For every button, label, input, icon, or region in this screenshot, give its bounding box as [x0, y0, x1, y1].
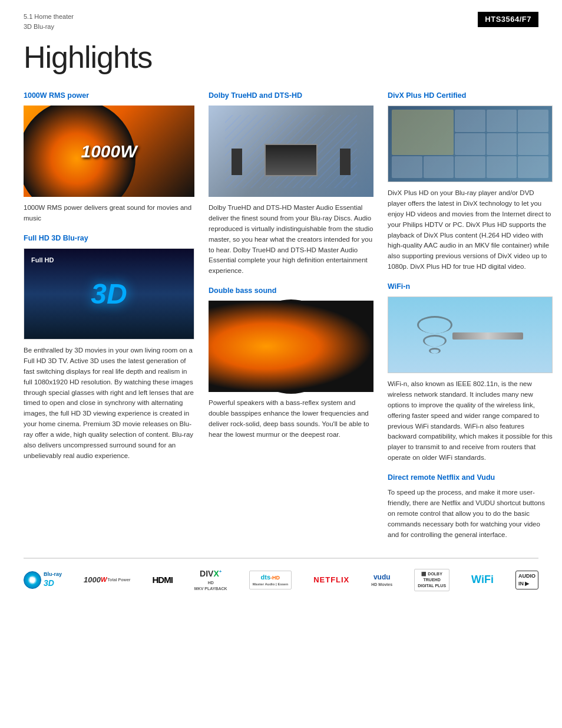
feature-netflix-vudu-title: Direct remote Netflix and Vudu: [388, 473, 553, 483]
feature-bass-title: Double bass sound: [209, 286, 373, 297]
logo-audio-text: AUDIOIN ▶: [515, 571, 538, 589]
wifi-device: [452, 332, 523, 340]
speaker-image: 1000W: [24, 106, 194, 197]
logo-dolby: ⬛ DOLBYTRUEHDDIGITAL PLUS: [414, 569, 449, 591]
logo-dts-main: dts-HD: [253, 573, 288, 582]
logo-divx-inner: DIVX+ HDMKV PLAYBACK: [194, 568, 227, 591]
logo-vudu-text: vudu: [371, 572, 392, 582]
logo-vudu-inner: vudu HD Movies: [371, 572, 392, 588]
top-bar: 5.1 Home theater 3D Blu-ray HTS3564/F7: [24, 12, 538, 31]
wifi-arc-3: [429, 348, 441, 354]
divx-grid: [388, 106, 552, 182]
column-1: 1000W RMS power 1000W 1000W RMS power de…: [24, 91, 194, 467]
logo-total-power: Total Power: [107, 577, 130, 583]
feature-1000w-desc: 1000W RMS power delivers great sound for…: [24, 203, 194, 224]
thumb-large: [392, 110, 454, 155]
content-columns: 1000W RMS power 1000W 1000W RMS power de…: [24, 91, 538, 546]
bluray-label: Blu-ray3D: [44, 571, 62, 589]
feature-dolby-title: Dolby TrueHD and DTS-HD: [209, 91, 373, 101]
logo-dolby-text: ⬛ DOLBYTRUEHDDIGITAL PLUS: [418, 571, 446, 588]
surround-scene: [225, 115, 357, 188]
wifi-image: [388, 297, 553, 373]
logo-audio-in: AUDIOIN ▶: [515, 571, 538, 589]
thumb-2: [487, 110, 517, 131]
logo-dts-inner: dts-HD Master Audio | Essen: [249, 571, 292, 589]
thumb-3: [518, 110, 548, 131]
feature-3d-desc: Be enthralled by 3D movies in your own l…: [24, 345, 194, 461]
feature-1000w-title: 1000W RMS power: [24, 91, 194, 101]
logo-netflix-text: NETFLIX: [313, 575, 349, 585]
speaker-right-icon: [340, 149, 351, 175]
thumb-7: [392, 156, 422, 178]
bass-image: [209, 301, 373, 392]
logo-dts-sub: Master Audio | Essen: [253, 582, 288, 587]
power-text-1000w: 1000W: [81, 139, 137, 164]
logo-hdmi-text: HDMI: [153, 574, 173, 586]
feature-3d-title: Full HD 3D Blu-ray: [24, 233, 194, 244]
thumb-11: [518, 156, 548, 178]
feature-wifi-title: WiFi-n: [388, 282, 553, 292]
logo-netflix: NETFLIX: [313, 575, 349, 585]
logo-dts: dts-HD Master Audio | Essen: [249, 571, 292, 589]
feature-netflix-vudu-desc: To speed up the process, and make it mor…: [388, 487, 553, 540]
column-3: DivX Plus HD Certified: [388, 91, 553, 546]
logo-vudu: vudu HD Movies: [371, 572, 392, 588]
thumb-8: [424, 156, 454, 178]
fullhd-label: Full HD: [31, 256, 54, 265]
thumb-5: [487, 133, 517, 155]
feature-dolby-desc: Dolby TrueHD and DTS-HD Master Audio Ess…: [209, 203, 373, 276]
model-badge: HTS3564/F7: [478, 12, 538, 27]
page: 5.1 Home theater 3D Blu-ray HTS3564/F7 H…: [0, 0, 562, 728]
bluray-text: Bluray: [30, 577, 35, 583]
screen-rect: [265, 144, 318, 176]
feature-divx-title: DivX Plus HD Certified: [388, 91, 553, 101]
thumb-4: [455, 133, 485, 155]
logo-divx-sub: HDMKV PLAYBACK: [194, 580, 227, 592]
thumb-10: [487, 156, 517, 178]
dolby-image: [209, 106, 373, 197]
divx-image: [388, 106, 553, 182]
speaker-left-icon: [232, 149, 242, 175]
wifi-arc-2: [423, 335, 447, 347]
logo-divx-main: DIVX+: [194, 568, 227, 580]
logo-1000w: 1000 W Total Power: [84, 575, 130, 585]
feature-wifi-desc: WiFi-n, also known as IEEE 802.11n, is t…: [388, 379, 553, 463]
page-title: Highlights: [24, 36, 538, 79]
thumb-9: [455, 156, 485, 178]
bluray-disc-icon: Bluray: [24, 571, 41, 589]
logo-vudu-sub: HD Movies: [371, 582, 392, 588]
feature-divx-desc: DivX Plus HD on your Blu-ray player and/…: [388, 188, 553, 272]
logo-dolby-inner: ⬛ DOLBYTRUEHDDIGITAL PLUS: [414, 569, 449, 591]
3d-bluray-image: 3D Full HD: [24, 248, 194, 340]
bass-visual: [209, 301, 373, 392]
thumb-1: [455, 110, 485, 131]
logo-1000w-text: 1000: [84, 575, 101, 585]
thumb-6: [518, 133, 548, 155]
3d-label: 3D: [91, 274, 127, 314]
feature-bass-desc: Powerful speakers with a bass-reflex sys…: [209, 398, 373, 440]
logo-wifi-text: WiFi: [471, 572, 494, 587]
bottom-logos-bar: Bluray Blu-ray3D 1000 W Total Power HDMI…: [24, 558, 538, 591]
logo-bluray-3d: Bluray Blu-ray3D: [24, 571, 62, 589]
logo-wifi: WiFi: [471, 572, 494, 587]
logo-divx: DIVX+ HDMKV PLAYBACK: [194, 568, 227, 591]
wifi-arc-1: [417, 316, 452, 334]
subtitle: 5.1 Home theater 3D Blu-ray: [24, 12, 74, 31]
column-2: Dolby TrueHD and DTS-HD Dolby TrueHD and…: [209, 91, 373, 446]
logo-hdmi: HDMI: [153, 574, 173, 586]
logo-w-text: W: [101, 575, 107, 584]
wifi-symbol: [417, 316, 452, 354]
